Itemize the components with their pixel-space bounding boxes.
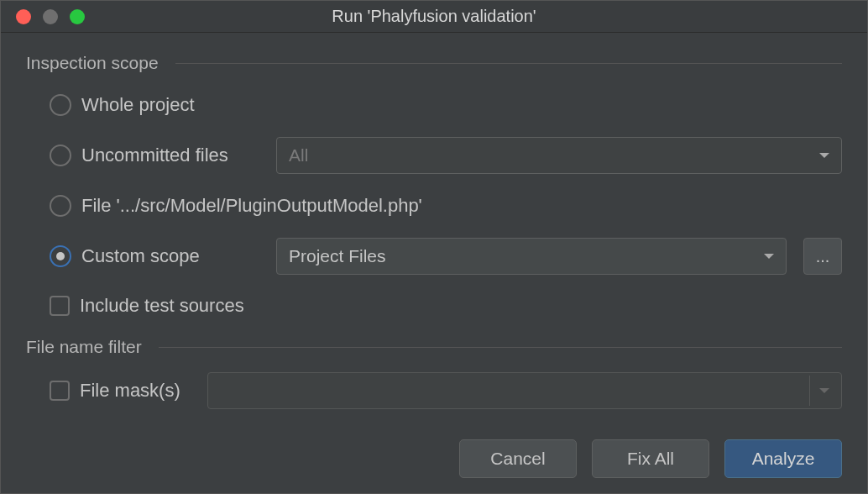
file-radio[interactable] (50, 195, 71, 217)
chevron-down-icon (764, 254, 774, 259)
file-mask-chevron-box (809, 376, 838, 406)
browse-label: ... (816, 247, 830, 266)
divider (175, 63, 842, 64)
include-test-sources-row: Include test sources (26, 295, 842, 317)
uncommitted-files-radio[interactable] (50, 145, 71, 166)
scope-radio-group: Whole project Uncommitted files All File… (26, 88, 842, 275)
minimize-window-button[interactable] (43, 9, 58, 24)
divider (159, 347, 842, 348)
fix-all-button[interactable]: Fix All (592, 439, 709, 478)
uncommitted-files-row: Uncommitted files All (50, 137, 842, 174)
whole-project-row: Whole project (50, 88, 842, 122)
file-mask-select[interactable] (207, 372, 842, 409)
dialog-window: Run 'Phalyfusion validation' Inspection … (0, 0, 868, 494)
inspection-scope-header: Inspection scope (26, 53, 842, 73)
uncommitted-select-value: All (289, 145, 308, 166)
inspection-scope-label: Inspection scope (26, 53, 159, 73)
analyze-button[interactable]: Analyze (724, 439, 842, 478)
chevron-down-icon (819, 388, 829, 393)
whole-project-label: Whole project (81, 94, 195, 116)
browse-scope-button[interactable]: ... (803, 238, 842, 275)
dialog-content: Inspection scope Whole project Uncommitt… (1, 33, 867, 493)
cancel-button[interactable]: Cancel (459, 439, 577, 478)
file-name-filter-header: File name filter (26, 337, 842, 357)
analyze-label: Analyze (752, 449, 815, 469)
include-test-sources-label: Include test sources (80, 295, 244, 317)
file-mask-label: File mask(s) (80, 380, 197, 402)
file-label: File '.../src/Model/PluginOutputModel.ph… (81, 195, 422, 217)
file-mask-row: File mask(s) (26, 372, 842, 409)
maximize-window-button[interactable] (70, 9, 85, 24)
titlebar: Run 'Phalyfusion validation' (1, 1, 867, 33)
custom-scope-value: Project Files (289, 246, 386, 266)
fix-all-label: Fix All (627, 449, 674, 469)
include-test-sources-checkbox[interactable] (50, 296, 70, 316)
file-row: File '.../src/Model/PluginOutputModel.ph… (50, 189, 842, 223)
custom-scope-row: Custom scope Project Files ... (50, 238, 842, 275)
button-row: Cancel Fix All Analyze (26, 419, 842, 478)
file-name-filter-label: File name filter (26, 337, 142, 357)
custom-scope-select[interactable]: Project Files (276, 238, 787, 275)
cancel-label: Cancel (490, 449, 545, 469)
chevron-down-icon (819, 153, 829, 158)
uncommitted-files-label: Uncommitted files (81, 145, 266, 166)
custom-scope-label: Custom scope (81, 245, 266, 267)
window-controls (1, 9, 85, 24)
close-window-button[interactable] (16, 9, 31, 24)
file-mask-checkbox[interactable] (50, 381, 70, 401)
window-title: Run 'Phalyfusion validation' (1, 7, 867, 26)
whole-project-radio[interactable] (50, 94, 71, 116)
uncommitted-files-select[interactable]: All (276, 137, 842, 174)
custom-scope-radio[interactable] (50, 245, 71, 267)
